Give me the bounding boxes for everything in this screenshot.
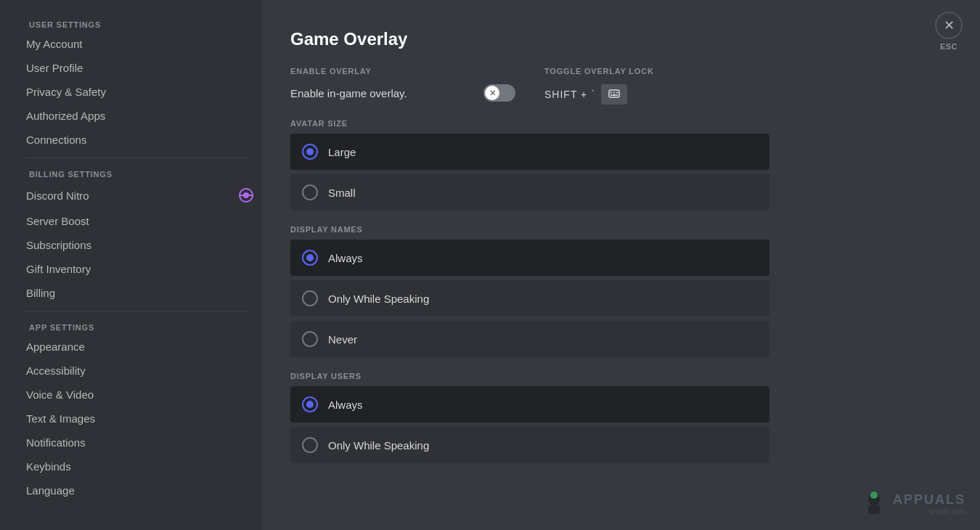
enable-overlay-row: Enable in-game overlay. ✕ <box>290 84 515 102</box>
svg-point-1 <box>243 192 249 198</box>
sidebar-item-discord-nitro[interactable]: Discord Nitro <box>15 182 261 209</box>
sidebar-item-server-boost[interactable]: Server Boost <box>15 209 261 233</box>
sidebar-item-accessibility[interactable]: Accessibility <box>15 359 261 383</box>
radio-label: Only While Speaking <box>328 293 429 305</box>
watermark-sub: wsxdn.com <box>893 507 965 515</box>
svg-rect-8 <box>611 94 612 96</box>
radio-label: Always <box>328 252 363 264</box>
toggle-overlay-lock-label: TOGGLE OVERLAY LOCK <box>544 67 769 76</box>
keybind-edit-button[interactable] <box>601 84 627 105</box>
sidebar-item-keybinds[interactable]: Keybinds <box>15 454 261 478</box>
avatar-size-options: LargeSmall <box>290 134 769 211</box>
sidebar-item-privacy-safety[interactable]: Privacy & Safety <box>15 80 261 104</box>
toggle-overlay-lock-col: TOGGLE OVERLAY LOCK SHIFT + ` <box>544 67 769 105</box>
sidebar-divider-2 <box>26 311 250 311</box>
sidebar-item-billing[interactable]: Billing <box>15 281 261 305</box>
app-settings-label: APP SETTINGS <box>22 317 261 335</box>
keybind-value: SHIFT + ` <box>544 89 595 100</box>
page-title: Game Overlay <box>290 29 951 49</box>
radio-option-display-users-0[interactable]: Always <box>290 386 769 423</box>
enable-overlay-toggle[interactable]: ✕ <box>483 84 515 102</box>
display-names-options: AlwaysOnly While SpeakingNever <box>290 240 769 357</box>
radio-inner-dot <box>306 148 314 155</box>
radio-circle <box>302 331 318 347</box>
radio-circle <box>302 184 318 200</box>
watermark-text: APPUALS <box>893 492 965 507</box>
billing-settings-section: BILLING SETTINGS Discord Nitro Server Bo… <box>15 164 261 305</box>
sidebar-item-subscriptions[interactable]: Subscriptions <box>15 233 261 257</box>
display-users-options: AlwaysOnly While Speaking <box>290 386 769 463</box>
app-settings-section: APP SETTINGS Appearance Accessibility Vo… <box>15 317 261 502</box>
sidebar-item-notifications[interactable]: Notifications <box>15 431 261 454</box>
radio-circle <box>302 290 318 306</box>
billing-settings-label: BILLING SETTINGS <box>22 164 261 182</box>
radio-circle <box>302 437 318 453</box>
sidebar-item-appearance[interactable]: Appearance <box>15 335 261 359</box>
radio-option-avatar-size-1[interactable]: Small <box>290 174 769 211</box>
sidebar-item-text-images[interactable]: Text & Images <box>15 407 261 431</box>
sidebar-item-connections[interactable]: Connections <box>15 128 261 152</box>
watermark: APPUALS wsxdn.com <box>859 489 965 518</box>
svg-rect-5 <box>611 92 612 94</box>
close-button[interactable]: ✕ <box>935 12 963 39</box>
user-settings-label: USER SETTINGS <box>22 15 261 32</box>
radio-label: Small <box>328 187 356 199</box>
enable-overlay-label: ENABLE OVERLAY <box>290 67 515 76</box>
display-names-label: DISPLAY NAMES <box>290 225 951 234</box>
sidebar-item-language[interactable]: Language <box>15 478 261 502</box>
close-icon: ✕ <box>944 17 955 33</box>
enable-ingame-text: Enable in-game overlay. <box>290 87 407 99</box>
toggle-knob: ✕ <box>485 86 499 100</box>
svg-rect-10 <box>616 94 618 96</box>
close-button-area[interactable]: ✕ ESC <box>935 12 963 51</box>
sidebar: USER SETTINGS My Account User Profile Pr… <box>0 0 261 530</box>
sidebar-item-authorized-apps[interactable]: Authorized Apps <box>15 104 261 128</box>
svg-rect-4 <box>609 90 619 97</box>
display-users-label: DISPLAY USERS <box>290 372 951 380</box>
watermark-icon <box>859 489 889 518</box>
svg-rect-7 <box>616 92 618 94</box>
radio-option-avatar-size-0[interactable]: Large <box>290 134 769 170</box>
svg-rect-12 <box>868 505 880 514</box>
svg-rect-6 <box>613 92 615 94</box>
radio-label: Only While Speaking <box>328 439 429 452</box>
enable-overlay-col: ENABLE OVERLAY Enable in-game overlay. ✕ <box>290 67 515 105</box>
user-settings-section: USER SETTINGS My Account User Profile Pr… <box>15 15 261 152</box>
radio-option-display-names-2[interactable]: Never <box>290 321 769 357</box>
radio-option-display-names-1[interactable]: Only While Speaking <box>290 280 769 317</box>
radio-label: Always <box>328 399 363 411</box>
sidebar-item-voice-video[interactable]: Voice & Video <box>15 383 261 407</box>
radio-option-display-names-0[interactable]: Always <box>290 240 769 276</box>
sidebar-item-gift-inventory[interactable]: Gift Inventory <box>15 257 261 281</box>
radio-option-display-users-1[interactable]: Only While Speaking <box>290 427 769 463</box>
esc-label: ESC <box>940 42 957 51</box>
main-content: ✕ ESC Game Overlay ENABLE OVERLAY Enable… <box>261 0 980 530</box>
keyboard-icon <box>608 89 620 99</box>
toggle-x-icon: ✕ <box>489 89 496 98</box>
radio-circle <box>302 250 318 266</box>
radio-inner-dot <box>306 254 314 261</box>
sidebar-item-user-profile[interactable]: User Profile <box>15 56 261 80</box>
radio-label: Never <box>328 333 357 346</box>
radio-inner-dot <box>306 401 314 408</box>
sidebar-divider-1 <box>26 158 250 158</box>
radio-label: Large <box>328 146 356 158</box>
sidebar-item-my-account[interactable]: My Account <box>15 32 261 56</box>
nitro-icon <box>238 187 254 203</box>
svg-rect-9 <box>612 94 616 96</box>
keybind-row: SHIFT + ` <box>544 84 769 105</box>
radio-circle <box>302 396 318 412</box>
radio-circle <box>302 144 318 160</box>
avatar-size-label: AVATAR SIZE <box>290 119 951 128</box>
